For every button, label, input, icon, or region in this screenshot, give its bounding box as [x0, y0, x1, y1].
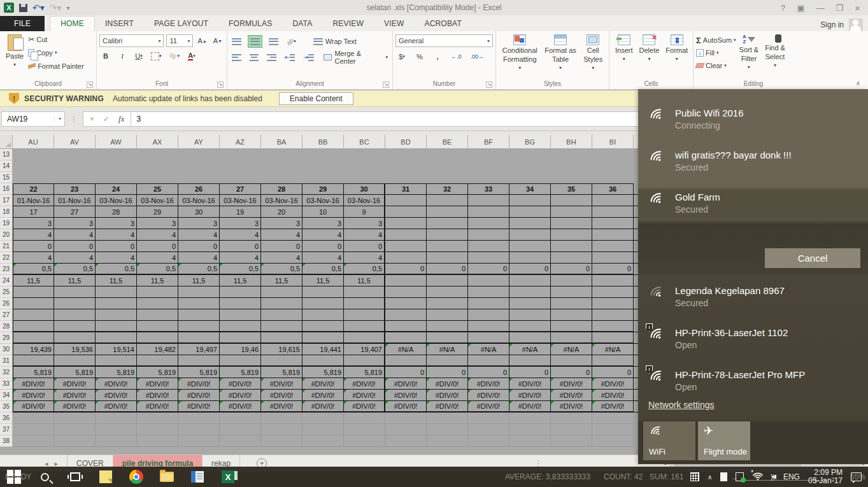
select-all-corner[interactable] [0, 135, 13, 149]
cell-AX28[interactable] [137, 321, 178, 332]
cell-BF22[interactable] [468, 252, 509, 264]
cell-AY22[interactable]: 4 [178, 252, 220, 264]
tab-view[interactable]: VIEW [374, 17, 414, 31]
sign-in-link[interactable]: Sign in [820, 20, 844, 29]
cell-BH35[interactable]: #DIV/0! [551, 401, 592, 413]
cell-AY36[interactable] [178, 413, 220, 424]
cell-AW29[interactable] [96, 332, 137, 344]
customize-qat-icon[interactable]: ▾ [67, 4, 70, 11]
format-cells-button[interactable]: Format▾ [662, 32, 691, 65]
excel-taskbar-button[interactable]: X [220, 469, 236, 484]
cell-BB26[interactable] [302, 298, 344, 309]
row-header-21[interactable]: 21 [0, 241, 13, 252]
cell-AU32[interactable]: 5,819 [13, 367, 54, 378]
cell-BD29[interactable] [385, 332, 427, 344]
row-header-16[interactable]: 16 [0, 183, 13, 195]
cell-BI22[interactable] [592, 252, 634, 264]
cell-BG19[interactable] [509, 218, 551, 229]
cell-AW16[interactable]: 24 [96, 183, 137, 195]
cell-AZ36[interactable] [220, 413, 261, 424]
find-select-button[interactable]: Find &Select▾ [762, 32, 788, 71]
align-left-button[interactable] [230, 51, 243, 64]
cell-AZ35[interactable]: #DIV/0! [220, 401, 261, 413]
cell-BB38[interactable] [302, 435, 344, 447]
cell-BH34[interactable]: #DIV/0! [551, 390, 592, 401]
cell-AY24[interactable]: 11,5 [178, 275, 220, 286]
cell-BF26[interactable] [468, 298, 509, 309]
chrome-button[interactable] [129, 469, 144, 484]
cell-BE28[interactable] [427, 321, 468, 332]
cell-AY25[interactable] [178, 286, 220, 298]
conditional-formatting-button[interactable]: ConditionalFormatting▾ [499, 32, 541, 74]
tab-file[interactable]: FILE [0, 16, 45, 31]
cell-AW17[interactable]: 03-Nov-16 [96, 195, 137, 206]
column-header-au[interactable]: AU [13, 135, 54, 149]
cell-BF17[interactable] [468, 195, 509, 206]
cell-BI28[interactable] [592, 321, 634, 332]
cell-BH26[interactable] [551, 298, 592, 309]
tab-page-layout[interactable]: PAGE LAYOUT [144, 17, 218, 31]
cell-AX24[interactable]: 11,5 [137, 275, 178, 286]
cell-AU19[interactable]: 3 [13, 218, 54, 229]
cell-BF35[interactable]: #DIV/0! [468, 401, 509, 413]
cell-BI38[interactable] [592, 435, 634, 447]
cell-BE35[interactable]: #DIV/0! [427, 401, 468, 413]
column-header-ay[interactable]: AY [178, 135, 220, 149]
cell-AW24[interactable]: 11,5 [96, 275, 137, 286]
cell-BE30[interactable]: #N/A [427, 344, 468, 355]
enable-content-button[interactable]: Enable Content [279, 92, 353, 105]
cell-BH24[interactable] [551, 275, 592, 286]
cell-AU31[interactable] [13, 355, 54, 367]
cell-BB27[interactable] [302, 309, 344, 321]
cell-AZ18[interactable]: 19 [220, 206, 261, 218]
notification-center-icon[interactable] [851, 472, 862, 481]
row-header-17[interactable]: 17 [0, 195, 13, 206]
cell-BD38[interactable] [385, 435, 427, 447]
cell-AZ29[interactable] [220, 332, 261, 344]
cell-BB28[interactable] [302, 321, 344, 332]
cell-BD33[interactable]: #DIV/0! [385, 378, 427, 390]
cell-BB37[interactable] [302, 424, 344, 435]
wifi-network-item[interactable]: Legenda Kegelapan 8967Secured [638, 285, 868, 309]
cell-BA29[interactable] [261, 332, 302, 344]
cell-AW28[interactable] [96, 321, 137, 332]
cell-BD21[interactable] [385, 241, 427, 252]
cell-AZ26[interactable] [220, 298, 261, 309]
cell-AU36[interactable] [13, 413, 54, 424]
cell-BD22[interactable] [385, 252, 427, 264]
cell-AU28[interactable] [13, 321, 54, 332]
cell-AZ24[interactable]: 11,5 [220, 275, 261, 286]
cell-AW36[interactable] [96, 413, 137, 424]
cell-AW34[interactable]: #DIV/0! [96, 390, 137, 401]
tray-expand-icon[interactable]: ∧ [708, 474, 712, 481]
collapse-ribbon-icon[interactable]: ∧ [856, 80, 860, 87]
cell-BC15[interactable] [344, 172, 385, 183]
number-format-select[interactable]: General▾ [395, 34, 493, 47]
cell-BH20[interactable] [551, 229, 592, 241]
cell-AV37[interactable] [54, 424, 96, 435]
cell-BC38[interactable] [344, 435, 385, 447]
cell-AV19[interactable]: 3 [54, 218, 96, 229]
cell-AW25[interactable] [96, 286, 137, 298]
autosum-button[interactable]: ΣAutoSum▾ [696, 34, 736, 46]
row-header-31[interactable]: 31 [0, 355, 13, 367]
format-painter-button[interactable]: Format Painter [27, 59, 85, 73]
cell-AY19[interactable]: 3 [178, 218, 220, 229]
cell-BB30[interactable]: 19,441 [302, 344, 344, 355]
cell-BE38[interactable] [427, 435, 468, 447]
cell-AY37[interactable] [178, 424, 220, 435]
cell-BA36[interactable] [261, 413, 302, 424]
cell-AY13[interactable] [178, 149, 220, 160]
file-explorer-button[interactable] [159, 469, 174, 484]
cell-BB22[interactable]: 4 [302, 252, 344, 264]
cell-BE24[interactable] [427, 275, 468, 286]
cell-BF31[interactable] [468, 355, 509, 367]
cell-BD13[interactable] [385, 149, 427, 160]
cell-AX25[interactable] [137, 286, 178, 298]
cell-AY30[interactable]: 19,497 [178, 344, 220, 355]
cell-BF27[interactable] [468, 309, 509, 321]
cell-BE37[interactable] [427, 424, 468, 435]
cell-BG18[interactable] [509, 206, 551, 218]
cell-AV18[interactable]: 27 [54, 206, 96, 218]
cell-AY32[interactable]: 5,819 [178, 367, 220, 378]
